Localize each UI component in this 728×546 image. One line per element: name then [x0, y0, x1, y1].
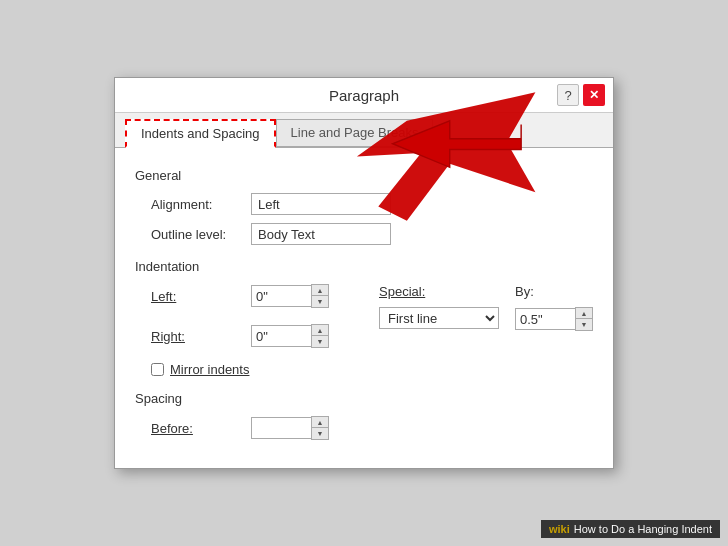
by-spinner-buttons: ▲ ▼ — [575, 307, 593, 331]
indentation-section-label: Indentation — [135, 259, 593, 274]
mirror-indents-checkbox[interactable] — [151, 363, 164, 376]
spacing-before-spinner-buttons: ▲ ▼ — [311, 416, 329, 440]
spacing-section-label: Spacing — [135, 391, 593, 406]
screenshot-container: Paragraph ? ✕ Indents and Spacing Line a… — [0, 0, 728, 546]
title-bar-buttons: ? ✕ — [557, 84, 605, 106]
indent-right-label: Right: — [151, 329, 251, 344]
alignment-input[interactable] — [251, 193, 391, 215]
spacing-before-down[interactable]: ▼ — [312, 428, 328, 439]
outline-input[interactable] — [251, 223, 391, 245]
special-select[interactable]: First line — [379, 307, 499, 329]
indent-right-spinner-buttons: ▲ ▼ — [311, 324, 329, 348]
indentation-divider: Indentation — [135, 259, 593, 274]
alignment-label: Alignment: — [151, 197, 251, 212]
outline-label: Outline level: — [151, 227, 251, 242]
dialog-title: Paragraph — [329, 87, 399, 104]
dialog-content: General Alignment: Outline level: Indent… — [115, 148, 613, 468]
help-button[interactable]: ? — [557, 84, 579, 106]
indentation-full-row: Left: ▲ ▼ Right: — [151, 284, 593, 356]
wiki-text: wiki — [549, 523, 570, 535]
indent-right-row: Right: ▲ ▼ — [151, 324, 329, 348]
special-select-wrapper: First line — [379, 307, 499, 329]
by-spinner: ▲ ▼ — [515, 307, 593, 331]
indent-left-label: Left: — [151, 289, 251, 304]
by-down[interactable]: ▼ — [576, 319, 592, 330]
special-label: Special: — [379, 284, 499, 299]
indent-left-spinner: ▲ ▼ — [251, 284, 329, 308]
outline-level-row: Outline level: — [151, 223, 593, 245]
paragraph-dialog: Paragraph ? ✕ Indents and Spacing Line a… — [114, 77, 614, 469]
indent-right-input[interactable] — [251, 325, 311, 347]
spacing-divider: Spacing — [135, 391, 593, 406]
tab-indents-spacing[interactable]: Indents and Spacing — [125, 119, 276, 148]
indent-left-input[interactable] — [251, 285, 311, 307]
by-input[interactable] — [515, 308, 575, 330]
mirror-indents-label: Mirror indents — [170, 362, 249, 377]
indent-left-row: Left: ▲ ▼ — [151, 284, 329, 308]
wikihow-label: How to Do a Hanging Indent — [574, 523, 712, 535]
wikihow-badge: wiki How to Do a Hanging Indent — [541, 520, 720, 538]
alignment-row: Alignment: — [151, 193, 593, 215]
tab-line-page-breaks[interactable]: Line and Page Breaks — [276, 119, 434, 147]
spacing-before-input[interactable] — [251, 417, 311, 439]
indent-left-up[interactable]: ▲ — [312, 285, 328, 296]
by-up[interactable]: ▲ — [576, 308, 592, 319]
indent-left-spinner-buttons: ▲ ▼ — [311, 284, 329, 308]
title-bar: Paragraph ? ✕ — [115, 78, 613, 113]
special-by-section: Special: First line By: ▲ — [379, 284, 593, 331]
indent-right-up[interactable]: ▲ — [312, 325, 328, 336]
spacing-before-label: Before: — [151, 421, 251, 436]
indent-right-down[interactable]: ▼ — [312, 336, 328, 347]
spacing-before-row: Before: ▲ ▼ — [151, 416, 593, 440]
by-col: By: ▲ ▼ — [515, 284, 593, 331]
by-label: By: — [515, 284, 593, 299]
general-section-label: General — [135, 168, 593, 183]
indent-right-spinner: ▲ ▼ — [251, 324, 329, 348]
indent-left-down[interactable]: ▼ — [312, 296, 328, 307]
tabs-container: Indents and Spacing Line and Page Breaks — [115, 113, 613, 148]
mirror-indents-row: Mirror indents — [151, 362, 593, 377]
spacing-before-spinner: ▲ ▼ — [251, 416, 329, 440]
indent-left-right: Left: ▲ ▼ Right: — [151, 284, 329, 356]
spacing-before-up[interactable]: ▲ — [312, 417, 328, 428]
special-col: Special: First line — [379, 284, 499, 329]
close-button[interactable]: ✕ — [583, 84, 605, 106]
